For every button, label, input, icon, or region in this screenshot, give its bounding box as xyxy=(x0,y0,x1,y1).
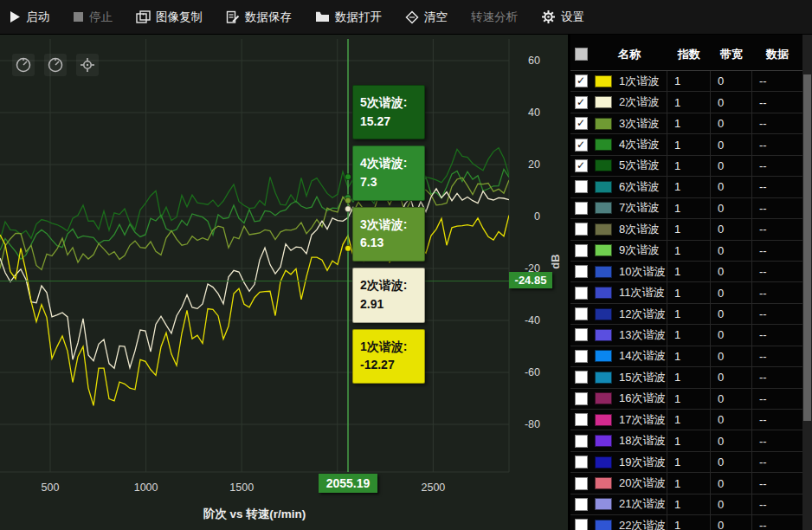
row-checkbox-cell xyxy=(570,410,591,430)
row-checkbox[interactable] xyxy=(575,456,588,469)
table-scrollbar[interactable] xyxy=(802,35,812,530)
series-name: 4次谐波 xyxy=(615,134,667,154)
data-save-button[interactable]: 数据保存 xyxy=(226,10,292,25)
table-row[interactable]: 17次谐波10-- xyxy=(570,410,802,430)
series-data: -- xyxy=(752,113,802,133)
series-index: 1 xyxy=(667,282,711,302)
series-index: 1 xyxy=(667,494,711,514)
row-checkbox[interactable] xyxy=(575,307,588,320)
table-row[interactable]: 15次谐波10-- xyxy=(570,367,802,388)
speed-analysis-button: 转速分析 xyxy=(471,10,518,25)
row-checkbox[interactable]: ✓ xyxy=(575,96,588,109)
table-row[interactable]: 8次谐波10-- xyxy=(570,219,802,240)
series-bandwidth: 0 xyxy=(711,389,752,409)
series-color-cell xyxy=(591,389,615,409)
row-checkbox[interactable] xyxy=(575,392,588,405)
table-row[interactable]: 21次谐波10-- xyxy=(570,494,802,515)
row-checkbox[interactable] xyxy=(575,328,588,341)
cursor-gauge-button-1[interactable] xyxy=(12,54,35,76)
svg-text:20: 20 xyxy=(528,158,540,171)
row-checkbox[interactable] xyxy=(575,498,588,511)
row-checkbox[interactable] xyxy=(575,180,588,193)
harmonic-analysis-app: 启动 停止 图像复制 数据保存 数据打开 清空 转速分析 设置 xyxy=(0,0,812,530)
row-checkbox[interactable] xyxy=(575,350,588,363)
row-checkbox[interactable] xyxy=(575,244,588,257)
table-row[interactable]: ✓1次谐波10-- xyxy=(570,71,802,92)
row-checkbox[interactable]: ✓ xyxy=(575,74,588,87)
table-row[interactable]: ✓4次谐波10-- xyxy=(570,134,802,155)
row-checkbox[interactable] xyxy=(575,477,588,490)
image-copy-button[interactable]: 图像复制 xyxy=(136,10,203,25)
table-scrollbar-thumb[interactable] xyxy=(803,74,811,421)
table-row[interactable]: 6次谐波10-- xyxy=(570,177,802,197)
series-color-swatch xyxy=(595,139,612,151)
x-axis-title: 阶次 vs 转速(r/min) xyxy=(0,507,509,522)
series-index: 1 xyxy=(667,177,711,197)
table-row[interactable]: 7次谐波10-- xyxy=(570,198,802,219)
row-checkbox-cell: ✓ xyxy=(570,113,591,133)
cursor-x-value-badge[interactable]: 2055.19 xyxy=(319,474,377,493)
clear-button[interactable]: 清空 xyxy=(405,10,448,25)
series-name: 14次谐波 xyxy=(615,346,667,366)
settings-button[interactable]: 设置 xyxy=(541,10,584,25)
series-color-swatch xyxy=(595,329,612,341)
order-vs-speed-plot[interactable]: 50010001500200025006040200-20-40-60-80dB xyxy=(0,35,568,530)
data-save-label: 数据保存 xyxy=(245,10,292,25)
table-row[interactable]: 20次谐波10-- xyxy=(570,473,802,494)
table-row[interactable]: 22次谐波10-- xyxy=(570,515,802,530)
row-checkbox[interactable] xyxy=(575,435,588,448)
series-name: 20次谐波 xyxy=(615,473,667,493)
harmonics-table-panel: 名称 指数 带宽 数据 ✓1次谐波10--✓2次谐波10--✓3次谐波10--✓… xyxy=(568,35,812,530)
data-open-button[interactable]: 数据打开 xyxy=(315,10,382,25)
row-checkbox[interactable] xyxy=(575,265,588,278)
start-label: 启动 xyxy=(26,10,49,25)
folder-open-icon xyxy=(315,10,330,23)
table-row[interactable]: 19次谐波10-- xyxy=(570,452,802,473)
table-row[interactable]: 16次谐波10-- xyxy=(570,389,802,410)
row-checkbox-cell xyxy=(570,515,591,530)
row-checkbox[interactable] xyxy=(575,287,588,300)
table-row[interactable]: 9次谐波10-- xyxy=(570,241,802,262)
series-bandwidth: 0 xyxy=(711,177,752,197)
table-row[interactable]: 12次谐波10-- xyxy=(570,304,802,325)
row-checkbox[interactable] xyxy=(575,202,588,215)
table-row[interactable]: ✓3次谐波10-- xyxy=(570,113,802,134)
header-name: 名称 xyxy=(591,47,667,62)
cursor-gauge-button-2[interactable] xyxy=(44,54,67,76)
series-bandwidth: 0 xyxy=(711,241,752,261)
series-color-cell xyxy=(591,219,615,239)
series-data: -- xyxy=(752,156,802,176)
header-data: 数据 xyxy=(752,47,802,62)
row-checkbox[interactable]: ✓ xyxy=(575,117,588,130)
series-color-cell xyxy=(591,346,615,366)
series-index: 1 xyxy=(667,346,711,366)
table-row[interactable]: ✓2次谐波10-- xyxy=(570,92,802,113)
row-checkbox-cell xyxy=(570,282,591,302)
axis-settings-button[interactable] xyxy=(76,54,99,76)
stop-button: 停止 xyxy=(73,10,113,25)
row-checkbox[interactable] xyxy=(575,223,588,236)
series-color-swatch xyxy=(595,75,612,87)
table-row[interactable]: 18次谐波10-- xyxy=(570,430,802,451)
series-data: -- xyxy=(752,262,802,281)
table-row[interactable]: 13次谐波10-- xyxy=(570,325,802,346)
start-button[interactable]: 启动 xyxy=(9,10,49,25)
table-row[interactable]: 11次谐波10-- xyxy=(570,282,802,303)
table-row[interactable]: ✓5次谐波10-- xyxy=(570,156,802,177)
select-all-checkbox[interactable] xyxy=(575,48,588,61)
harmonics-table-body: ✓1次谐波10--✓2次谐波10--✓3次谐波10--✓4次谐波10--✓5次谐… xyxy=(570,71,802,530)
series-name: 2次谐波 xyxy=(615,92,667,112)
series-color-swatch xyxy=(595,202,612,214)
row-checkbox[interactable]: ✓ xyxy=(575,159,588,172)
table-row[interactable]: 10次谐波10-- xyxy=(570,262,802,282)
series-color-cell xyxy=(591,473,615,493)
series-color-swatch xyxy=(595,287,612,299)
row-checkbox[interactable] xyxy=(575,413,588,426)
row-checkbox[interactable] xyxy=(575,371,588,384)
row-checkbox[interactable]: ✓ xyxy=(575,139,588,152)
series-color-cell xyxy=(591,410,615,430)
series-index: 1 xyxy=(667,198,711,218)
table-row[interactable]: 14次谐波10-- xyxy=(570,346,802,367)
row-checkbox[interactable] xyxy=(575,519,588,530)
cursor-y-value-badge[interactable]: -24.85 xyxy=(509,272,552,288)
